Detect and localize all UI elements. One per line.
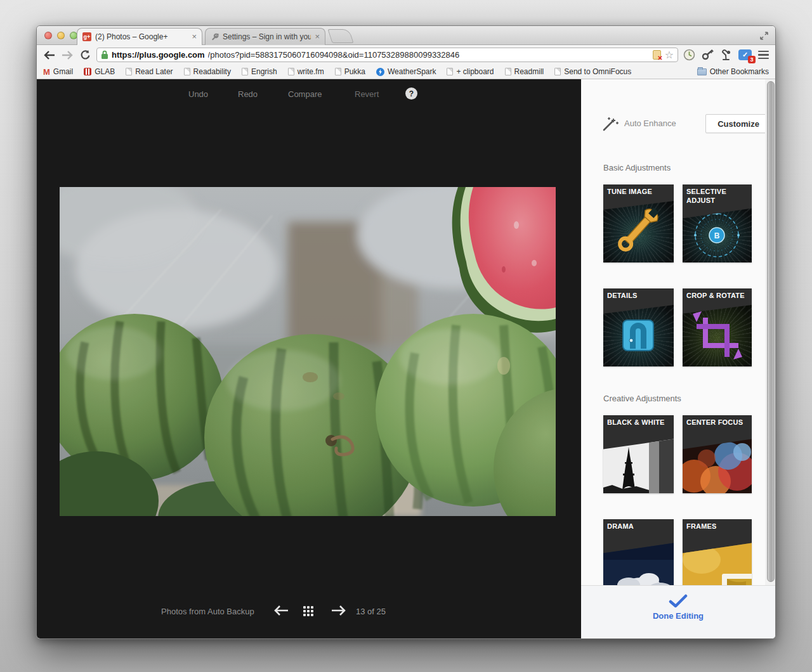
bookmark-engrish[interactable]: Engrish (242, 67, 277, 76)
compare-button[interactable]: Compare (288, 89, 322, 99)
sharpener-icon (603, 304, 674, 366)
glab-icon (84, 68, 91, 75)
browser-window: g+ (2) Photos – Google+ × Settings – Sig… (36, 25, 776, 639)
https-lock-icon (101, 50, 108, 60)
page-icon (505, 68, 511, 75)
notifications-bubble-icon[interactable]: ✓ 3 (738, 49, 752, 60)
page-icon (288, 68, 294, 75)
weatherspark-icon (376, 68, 384, 76)
page-content: Undo Redo Compare Revert ? (37, 79, 775, 638)
crop-rotate-icon (683, 304, 752, 366)
tile-center-focus[interactable]: CENTER FOCUS (683, 415, 752, 493)
extension-icons: ✓ 3 (683, 49, 769, 61)
page-icon (447, 68, 453, 75)
done-editing-label: Done Editing (581, 611, 775, 621)
photo-counter: 13 of 25 (356, 607, 386, 616)
auto-enhance-button[interactable]: Auto Enhance (624, 119, 676, 128)
bookmark-readmill[interactable]: Readmill (505, 67, 544, 76)
nav-toolbar: https://plus.google.com/photos?pid=58831… (37, 45, 775, 65)
notification-badge: 3 (748, 56, 756, 63)
url-host: https://plus.google.com (112, 50, 205, 60)
redo-button[interactable]: Redo (238, 89, 258, 99)
page-icon (242, 68, 248, 75)
tile-crop-rotate[interactable]: CROP & ROTATE (683, 288, 752, 366)
editor-bottom-bar: Photos from Auto Backup 13 of 25 (37, 604, 581, 619)
edited-photo (60, 187, 556, 516)
customize-button[interactable]: Customize (705, 114, 771, 133)
bookmark-readability[interactable]: Readability (184, 67, 231, 76)
magic-wand-icon (601, 116, 619, 132)
tab-settings[interactable]: Settings – Sign in with you × (205, 28, 325, 45)
page-scrollbar[interactable] (765, 79, 776, 585)
wrench-favicon-icon (211, 33, 219, 41)
close-tab-icon[interactable]: × (315, 34, 320, 40)
new-tab-button[interactable] (327, 29, 353, 43)
section-title-basic: Basic Adjustments (603, 163, 671, 172)
previous-photo-button[interactable] (274, 605, 289, 618)
page-icon (554, 68, 561, 75)
bookmark-read-later[interactable]: Read Later (126, 67, 173, 76)
grid-view-button[interactable] (303, 606, 313, 616)
done-editing-button[interactable]: Done Editing (581, 585, 775, 639)
bookmark-star-icon[interactable]: ☆ (665, 50, 674, 60)
editor-toolbar: Undo Redo Compare Revert ? (37, 87, 581, 101)
history-clock-icon[interactable] (683, 49, 695, 61)
folder-icon (697, 68, 707, 75)
blocked-cookies-icon[interactable] (653, 50, 661, 60)
check-icon: ✓ (742, 51, 748, 59)
album-name: Photos from Auto Backup (161, 607, 254, 616)
next-photo-button[interactable] (331, 605, 346, 618)
wrench-tool-icon (603, 200, 674, 262)
bookmark-omnifocus[interactable]: Send to OmniFocus (554, 67, 631, 76)
address-bar[interactable]: https://plus.google.com/photos?pid=58831… (96, 48, 678, 62)
close-window-button[interactable] (44, 32, 52, 39)
check-icon (669, 594, 688, 608)
key-icon[interactable] (702, 49, 714, 61)
center-focus-sample-image (683, 437, 752, 493)
forward-button[interactable] (61, 49, 74, 61)
lamp-icon[interactable] (721, 49, 732, 61)
back-button[interactable] (43, 49, 56, 61)
adjustments-panel: Auto Enhance Customize Basic Adjustments… (581, 79, 765, 639)
tab-photos[interactable]: g+ (2) Photos – Google+ × (77, 28, 202, 45)
page-icon (184, 68, 190, 75)
black-white-sample-image (603, 437, 674, 493)
tab-title: Settings – Sign in with you (223, 32, 311, 41)
tile-selective-adjust[interactable]: SELECTIVE ADJUST B (683, 184, 752, 262)
scrollbar-thumb[interactable] (767, 81, 775, 582)
bookmark-clipboard[interactable]: + clipboard (447, 67, 494, 76)
page-icon (335, 68, 341, 75)
titlebar: g+ (2) Photos – Google+ × Settings – Sig… (37, 26, 775, 45)
bookmark-pukka[interactable]: Pukka (335, 67, 365, 76)
selective-adjust-target-icon: B (683, 206, 752, 262)
tile-tune-image[interactable]: TUNE IMAGE (603, 184, 674, 262)
bookmarks-bar: MGmail GLAB Read Later Readability Engri… (37, 65, 775, 79)
section-title-creative: Creative Adjustments (603, 394, 681, 403)
bookmark-weatherspark[interactable]: WeatherSpark (376, 67, 436, 76)
gmail-icon: M (43, 67, 50, 77)
other-bookmarks[interactable]: Other Bookmarks (697, 67, 769, 76)
tile-black-white[interactable]: BLACK & WHITE (603, 415, 674, 493)
chrome-menu-icon[interactable] (758, 51, 769, 60)
googleplus-favicon-icon: g+ (82, 32, 91, 41)
revert-button[interactable]: Revert (355, 89, 379, 99)
bookmark-writefm[interactable]: write.fm (288, 67, 324, 76)
bookmark-glab[interactable]: GLAB (84, 67, 115, 76)
url-path: /photos?pid=5883175060716094098&oid=1107… (208, 50, 650, 60)
reload-button[interactable] (79, 49, 91, 61)
tile-details[interactable]: DETAILS (603, 288, 674, 366)
help-button[interactable]: ? (405, 87, 417, 100)
undo-button[interactable]: Undo (188, 89, 208, 99)
page-icon (126, 68, 132, 75)
fullscreen-icon[interactable] (759, 31, 769, 41)
minimize-window-button[interactable] (57, 32, 65, 39)
bookmark-gmail[interactable]: MGmail (43, 67, 73, 77)
tab-title: (2) Photos – Google+ (95, 32, 188, 41)
window-controls (44, 32, 77, 39)
close-tab-icon[interactable]: × (192, 34, 197, 40)
svg-text:B: B (714, 231, 720, 240)
photo-editor-canvas: Undo Redo Compare Revert ? (37, 79, 581, 639)
